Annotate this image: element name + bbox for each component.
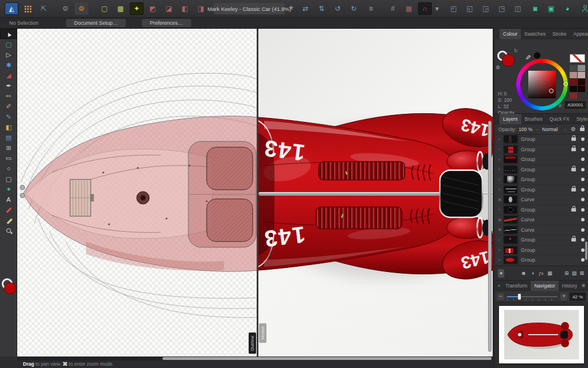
layer-row[interactable]: ›Group	[495, 155, 588, 165]
tab-swatches[interactable]: Swatches	[521, 29, 549, 39]
tab-colour[interactable]: Colour	[500, 29, 521, 39]
view-mode-outline-button[interactable]: ✦	[130, 2, 144, 15]
lock-icon[interactable]	[571, 208, 576, 212]
favourite-star-icon[interactable]: ★	[288, 5, 294, 11]
tab-styles[interactable]: Styles	[573, 114, 588, 124]
document-setup-button[interactable]: Document Setup…	[66, 19, 126, 27]
boolean-intersect-button[interactable]: ◲	[479, 2, 493, 15]
arrange-forward-one-button[interactable]: ◧	[178, 2, 192, 15]
rotate-cw-button[interactable]: ↻	[347, 2, 361, 15]
live-filter-button[interactable]: ▦	[547, 269, 553, 278]
fill-well[interactable]	[4, 282, 16, 294]
visibility-dot[interactable]	[581, 137, 585, 141]
layer-lock-icon[interactable]	[580, 128, 585, 131]
expand-chevron-icon[interactable]: ›	[498, 258, 504, 263]
visibility-dot[interactable]	[581, 228, 585, 232]
layer-thumbnail[interactable]	[504, 246, 517, 254]
insert-layer-button[interactable]: ⊞	[563, 269, 570, 278]
view-mode-vector-button[interactable]: ▢	[98, 2, 111, 15]
hue-selector[interactable]	[563, 82, 568, 86]
layer-thumbnail[interactable]	[504, 155, 517, 163]
colour-picker-tool[interactable]	[0, 205, 17, 215]
export-persona-button[interactable]: ⇱	[37, 2, 51, 15]
pixel-persona-button[interactable]	[21, 2, 34, 15]
boolean-divide-button[interactable]: ◳	[495, 2, 509, 15]
tab-navigator[interactable]: Navigator	[531, 281, 558, 291]
canvas[interactable]: 143 143 143 143	[17, 29, 493, 356]
fill-tool[interactable]: ◧	[0, 122, 17, 132]
new-pixel-layer-button[interactable]: ▨	[571, 269, 578, 278]
layer-name[interactable]: Group	[521, 207, 571, 213]
text-tool[interactable]: A	[0, 194, 17, 205]
snapping-toggle-button[interactable]: ∩	[418, 2, 432, 15]
layer-name[interactable]: Group	[521, 156, 581, 162]
preferences-button[interactable]: Preferences…	[142, 19, 191, 27]
show-guides-button[interactable]: #	[386, 2, 400, 15]
tab-stroke[interactable]: Stroke	[549, 29, 570, 39]
colour-swatch[interactable]	[578, 65, 585, 71]
zoom-out-button[interactable]: −	[497, 293, 504, 300]
adjustment-layer-button[interactable]: ◑	[529, 269, 536, 278]
layer-row[interactable]: ›Group	[495, 185, 588, 195]
eyedropper-icon[interactable]: ✎	[525, 52, 531, 62]
layer-name[interactable]: Group	[521, 167, 571, 172]
arrange-move-to-back-button[interactable]: ◩	[146, 2, 160, 15]
layer-row[interactable]: ›Group	[495, 246, 588, 256]
snapping-options-button[interactable]: ▾	[434, 2, 440, 15]
zoom-slider-thumb[interactable]	[518, 294, 521, 300]
layer-name[interactable]: Group	[521, 177, 581, 182]
expand-chevron-icon[interactable]: ›	[498, 157, 504, 162]
designer-persona-button[interactable]: ◭	[5, 2, 18, 15]
saturation-selector[interactable]	[549, 89, 554, 93]
curve-marker-icon[interactable]: K	[498, 227, 504, 232]
layer-name[interactable]: Curve	[521, 217, 581, 223]
colour-swatch[interactable]	[570, 79, 577, 85]
colour-swatch[interactable]	[570, 86, 577, 92]
tab-history[interactable]: History	[559, 281, 581, 291]
visibility-dot[interactable]	[581, 208, 585, 212]
layer-thumbnail[interactable]	[504, 145, 517, 154]
boolean-subtract-button[interactable]: ◱	[463, 2, 477, 15]
blend-mode-select[interactable]: Normal	[542, 126, 558, 132]
expand-chevron-icon[interactable]: ›	[498, 237, 504, 243]
move-tool[interactable]: ▲	[0, 29, 17, 39]
curve-marker-icon[interactable]: K	[498, 217, 504, 223]
colour-swatch[interactable]	[578, 79, 585, 85]
layer-thumbnail[interactable]	[504, 216, 517, 224]
tab-transform[interactable]: Transform	[502, 281, 531, 291]
visibility-dot[interactable]	[581, 238, 585, 241]
colour-square[interactable]	[528, 71, 556, 98]
layer-row[interactable]: ›Group	[495, 205, 588, 216]
vector-brush-tool[interactable]: ✎	[0, 112, 17, 122]
flip-vertical-button[interactable]: ⇅	[315, 2, 328, 15]
visibility-dot[interactable]	[581, 248, 585, 252]
rounded-rectangle-tool[interactable]: ▢	[0, 174, 17, 184]
colour-swatch[interactable]	[578, 72, 585, 78]
visibility-dot[interactable]	[581, 218, 585, 221]
vector-view-badge[interactable]: Vector	[259, 323, 266, 343]
rectangle-tool[interactable]: ▭	[0, 153, 17, 163]
expand-chevron-icon[interactable]: ›	[498, 247, 504, 252]
arrange-move-to-front-button[interactable]: ◨	[194, 2, 208, 15]
document-settings-button[interactable]: ⚙	[59, 2, 72, 15]
insert-on-top-button[interactable]: ◕	[560, 2, 574, 15]
preferences-gear-button[interactable]: ⚙	[75, 2, 88, 15]
layer-row[interactable]: ›Group	[495, 135, 588, 145]
layer-row[interactable]: ›Group	[495, 175, 588, 185]
layer-name[interactable]: Group	[521, 147, 571, 152]
visibility-dot[interactable]	[581, 158, 585, 161]
delete-layer-button[interactable]: ⊠	[579, 269, 585, 278]
zoom-in-button[interactable]: +	[560, 293, 567, 300]
expand-chevron-icon[interactable]: ›	[498, 187, 504, 192]
zoom-value[interactable]: 42 %	[570, 293, 586, 301]
layer-name[interactable]: Group	[521, 237, 571, 243]
arrange-back-one-button[interactable]: ◪	[162, 2, 176, 15]
layer-row[interactable]: ›Group	[495, 255, 588, 266]
rotate-ccw-button[interactable]: ↺	[331, 2, 345, 15]
colour-swatch[interactable]	[570, 72, 577, 78]
transparency-tool[interactable]: ▬	[0, 215, 17, 225]
layer-thumbnail[interactable]	[504, 236, 517, 244]
expand-chevron-icon[interactable]: ›	[498, 147, 504, 152]
split-view-divider[interactable]	[257, 29, 258, 356]
flip-horizontal-button[interactable]: ⇄	[299, 2, 312, 15]
